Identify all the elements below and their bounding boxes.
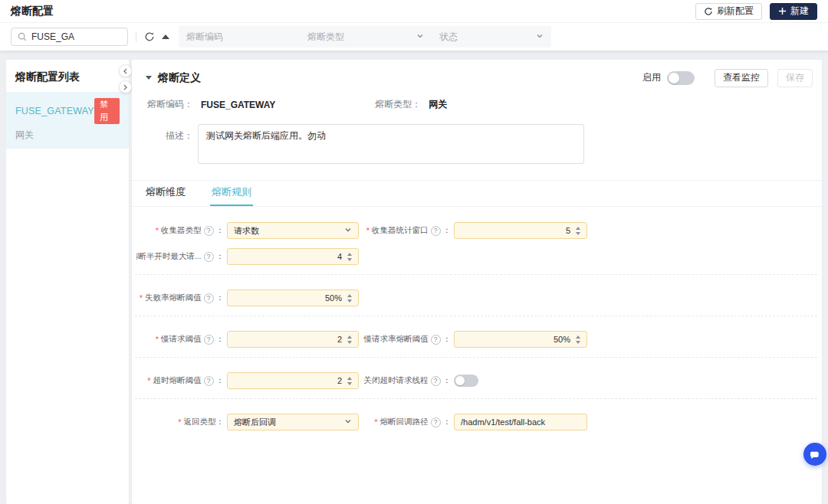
chevron-down-icon [416, 31, 424, 42]
view-monitor-button[interactable]: 查看监控 [715, 69, 768, 87]
failure-rate-input[interactable]: 50% [227, 290, 359, 306]
tab-fuse-dimension[interactable]: 熔断维度 [144, 181, 187, 206]
timeout-label: *超时熔断阈值?： [136, 375, 224, 386]
refresh-list-icon[interactable] [144, 31, 155, 42]
description-textarea[interactable]: 测试网关熔断后端应用。勿动 [198, 124, 584, 164]
save-button[interactable]: 保存 [777, 69, 813, 87]
form-row: *失败率熔断阈值?： 50% [132, 290, 822, 306]
chevron-down-icon [344, 417, 352, 427]
divider [136, 31, 136, 42]
number-stepper[interactable] [347, 335, 352, 344]
sidebar-pager [119, 64, 132, 93]
slow-rate-input[interactable]: 50% [454, 331, 587, 348]
page-prev-button[interactable] [119, 64, 132, 77]
number-stepper[interactable] [576, 335, 580, 344]
number-stepper[interactable] [347, 253, 352, 261]
return-type-label: *返回类型： [136, 417, 224, 427]
group-separator [135, 398, 817, 399]
search-input[interactable]: FUSE_GA [11, 28, 128, 46]
callback-path-label: *熔断回调路径?： [362, 417, 451, 427]
help-icon[interactable]: ? [204, 335, 214, 345]
failure-rate-label: *失败率熔断阈值?： [136, 293, 224, 303]
group-separator [135, 316, 817, 316]
config-type: 网关 [15, 129, 120, 142]
definition-section-toggle[interactable]: 熔断定义 [146, 71, 201, 85]
half-open-max-input[interactable]: 4 [227, 248, 359, 265]
search-value: FUSE_GA [31, 31, 74, 42]
sidebar: 熔断配置列表 FUSE_GATEWAY 禁用 网关 [6, 60, 129, 504]
rule-form: *收集器类型?： 请求数 *收集器统计窗口?： 5 [132, 207, 822, 430]
section-title: 熔断定义 [158, 71, 201, 85]
tab-bar: 熔断维度 熔断规则 [132, 181, 822, 207]
collector-window-input[interactable]: 5 [454, 222, 587, 239]
close-timeout-thread-label: *关闭超时请求线程?： [362, 375, 451, 386]
sidebar-item-fuse-gateway[interactable]: FUSE_GATEWAY 禁用 网关 [6, 92, 129, 149]
page-next-button[interactable] [119, 80, 132, 93]
help-icon[interactable]: ? [431, 226, 441, 236]
toggle-knob [669, 73, 679, 83]
filter-type-select[interactable]: 熔断类型 [300, 26, 432, 47]
code-label: 熔断编码： [132, 98, 193, 111]
tab-fuse-rule[interactable]: 熔断规则 [210, 181, 253, 206]
main-panel: 熔断定义 启用 查看监控 保存 熔断编码： FUSE_GATEWAY 熔断类型：… [132, 60, 822, 504]
page-title: 熔断配置 [11, 5, 54, 18]
header-controls: 启用 查看监控 保存 [642, 69, 813, 87]
toggle-cell [454, 375, 587, 387]
help-icon[interactable]: ? [431, 417, 441, 427]
group-separator [135, 357, 817, 358]
sidebar-title: 熔断配置列表 [6, 60, 129, 92]
refresh-icon [704, 7, 713, 16]
form-row: *返回类型： 熔断后回调 *熔断回调路径?： /hadm/v1/test/fal… [132, 414, 822, 430]
half-open-max-label: *熔断半开时最大请...?： [136, 251, 224, 262]
group-separator [135, 274, 817, 275]
help-widget-button[interactable] [803, 443, 826, 466]
collector-window-label: *收集器统计窗口?： [362, 225, 451, 236]
callback-path-input[interactable]: /hadm/v1/test/fall-back [454, 414, 587, 430]
chat-bubble-icon [809, 448, 821, 460]
type-pair: 熔断类型： 网关 [375, 98, 447, 111]
plus-icon [778, 7, 787, 15]
help-icon[interactable]: ? [431, 335, 441, 345]
toggle-knob [455, 376, 465, 385]
return-type-select[interactable]: 熔断后回调 [227, 414, 359, 430]
form-row: *熔断半开时最大请...?： 4 [132, 248, 822, 265]
filter-status-select[interactable]: 状态 [432, 26, 551, 47]
number-stepper[interactable] [576, 227, 580, 235]
timeout-input[interactable]: 2 [227, 372, 359, 389]
filter-panel: 熔断编码 熔断类型 状态 [179, 26, 551, 47]
slow-rate-label: *慢请求率熔断阈值?： [362, 334, 451, 345]
refresh-config-button[interactable]: 刷新配置 [695, 3, 762, 20]
slow-request-label: *慢请求阈值?： [136, 334, 224, 345]
definition-info-row: 熔断编码： FUSE_GATEWAY 熔断类型： 网关 [132, 98, 822, 111]
type-label: 熔断类型： [375, 98, 421, 111]
slow-request-input[interactable]: 2 [227, 331, 359, 348]
sidebar-item-row: FUSE_GATEWAY 禁用 [15, 98, 120, 124]
config-name: FUSE_GATEWAY [15, 106, 94, 116]
help-icon[interactable]: ? [204, 252, 214, 262]
help-icon[interactable]: ? [431, 376, 441, 386]
enable-toggle[interactable] [667, 71, 695, 85]
help-icon[interactable]: ? [204, 226, 214, 236]
chevron-down-icon [344, 226, 352, 235]
help-icon[interactable]: ? [204, 293, 214, 303]
collapse-filters-icon[interactable] [162, 34, 169, 39]
close-timeout-thread-toggle[interactable] [454, 375, 478, 387]
panel-header: 熔断定义 启用 查看监控 保存 [132, 60, 822, 86]
collector-type-select[interactable]: 请求数 [227, 222, 359, 239]
filter-bar: FUSE_GA 熔断编码 熔断类型 状态 [0, 23, 828, 51]
status-badge: 禁用 [94, 98, 120, 124]
enable-label: 启用 [642, 71, 661, 84]
form-row: *慢请求阈值?： 2 *慢请求率熔断阈值?： 50% [132, 331, 822, 348]
description-label: 描述： [132, 124, 193, 164]
topbar-actions: 刷新配置 新建 [695, 3, 817, 20]
number-stepper[interactable] [347, 294, 352, 303]
code-value: FUSE_GATEWAY [201, 100, 275, 110]
type-value: 网关 [429, 98, 447, 111]
help-icon[interactable]: ? [204, 376, 214, 386]
search-icon [18, 32, 27, 41]
form-row: *收集器类型?： 请求数 *收集器统计窗口?： 5 [132, 222, 822, 239]
collector-type-label: *收集器类型?： [136, 225, 224, 236]
create-button[interactable]: 新建 [770, 3, 817, 20]
number-stepper[interactable] [347, 377, 352, 385]
filter-code-input[interactable]: 熔断编码 [179, 26, 300, 47]
